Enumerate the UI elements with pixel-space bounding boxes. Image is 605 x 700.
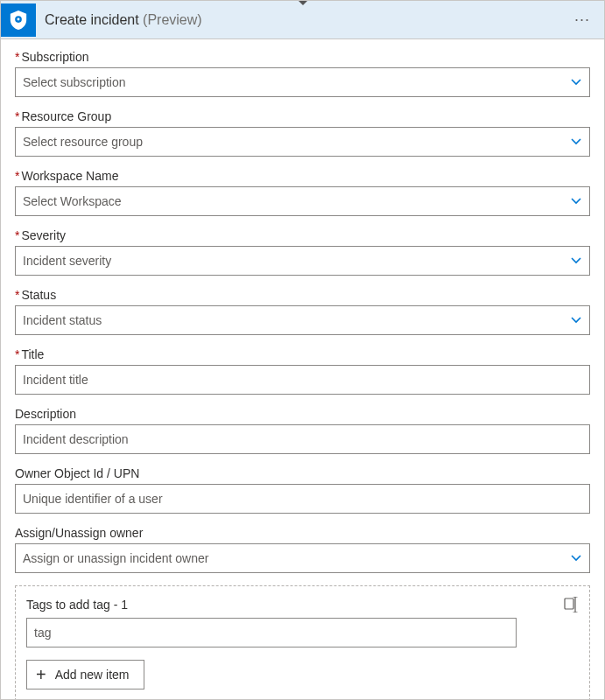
select-status-placeholder: Incident status [23,313,570,327]
label-owner: Owner Object Id / UPN [15,466,590,480]
field-description: Description Incident description [15,407,590,454]
label-severity: *Severity [15,228,590,242]
select-status[interactable]: Incident status [15,305,590,335]
label-description: Description [15,407,590,421]
field-status: *Status Incident status [15,288,590,335]
select-assign[interactable]: Assign or unassign incident owner [15,543,590,573]
label-workspace: *Workspace Name [15,169,590,183]
chevron-down-icon [570,76,582,88]
field-workspace: *Workspace Name Select Workspace [15,169,590,216]
rename-icon[interactable] [563,597,579,612]
input-description-placeholder: Incident description [23,432,582,446]
svg-rect-2 [565,598,573,609]
add-new-item-label: Add new item [55,668,130,682]
plus-icon: + [36,666,46,683]
card-more-menu[interactable]: ··· [569,7,595,32]
input-title[interactable]: Incident title [15,365,590,395]
input-tag[interactable]: tag [26,618,517,648]
card-preview-tag: (Preview) [143,12,202,27]
chevron-down-icon [570,314,582,326]
field-assign: Assign/Unassign owner Assign or unassign… [15,526,590,573]
card-body: *Subscription Select subscription *Resou… [1,39,604,700]
input-description[interactable]: Incident description [15,424,590,454]
input-owner[interactable]: Unique identifier of a user [15,484,590,514]
input-title-placeholder: Incident title [23,373,582,387]
input-owner-placeholder: Unique identifier of a user [23,492,582,506]
select-severity[interactable]: Incident severity [15,246,590,276]
select-subscription[interactable]: Select subscription [15,67,590,97]
label-resource-group: *Resource Group [15,109,590,123]
collapse-caret-icon[interactable] [298,0,308,5]
add-new-item-button[interactable]: + Add new item [26,660,144,690]
chevron-down-icon [570,195,582,207]
tags-header: Tags to add tag - 1 [26,597,579,612]
select-resource-group-placeholder: Select resource group [23,135,570,149]
chevron-down-icon [570,552,582,564]
input-tag-placeholder: tag [34,626,51,640]
select-severity-placeholder: Incident severity [23,254,570,268]
field-severity: *Severity Incident severity [15,228,590,276]
field-title: *Title Incident title [15,347,590,395]
label-title: *Title [15,347,590,361]
label-assign: Assign/Unassign owner [15,526,590,540]
select-resource-group[interactable]: Select resource group [15,127,590,157]
label-subscription: *Subscription [15,50,590,64]
field-resource-group: *Resource Group Select resource group [15,109,590,157]
select-workspace-placeholder: Select Workspace [23,194,570,208]
svg-point-1 [18,18,20,20]
label-status: *Status [15,288,590,302]
select-workspace[interactable]: Select Workspace [15,186,590,216]
card-title: Create incident (Preview) [45,12,202,28]
field-subscription: *Subscription Select subscription [15,50,590,97]
card-title-text: Create incident [45,12,139,27]
connector-icon [1,4,36,37]
card-header: Create incident (Preview) ··· [1,1,604,39]
field-owner: Owner Object Id / UPN Unique identifier … [15,466,590,514]
select-subscription-placeholder: Select subscription [23,75,570,89]
select-assign-placeholder: Assign or unassign incident owner [23,551,570,565]
tags-group: Tags to add tag - 1 tag + Add new item [15,585,590,700]
tags-group-label: Tags to add tag - 1 [26,598,128,612]
chevron-down-icon [570,255,582,267]
chevron-down-icon [570,136,582,148]
